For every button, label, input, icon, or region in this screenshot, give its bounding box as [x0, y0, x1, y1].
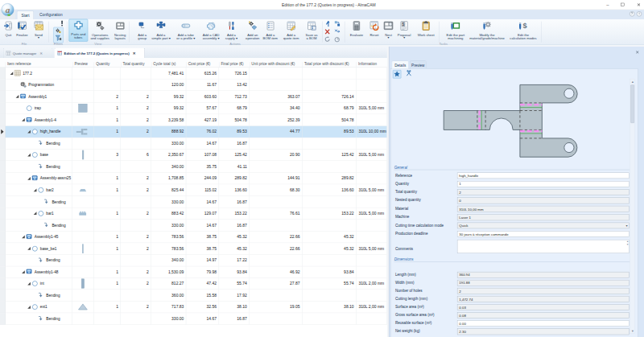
- svg-text:$: $: [402, 22, 405, 26]
- svg-text:$: $: [523, 21, 527, 29]
